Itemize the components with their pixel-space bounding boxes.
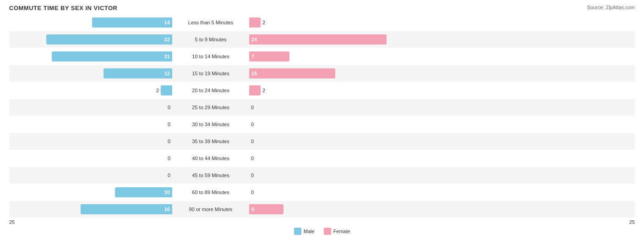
- rows-area: 14Less than 5 Minutes2225 to 9 Minutes24…: [9, 14, 635, 218]
- female-zero-label: 0: [251, 190, 254, 195]
- axis-left: 25: [9, 219, 15, 225]
- source-text: Source: ZipAtlas.com: [587, 5, 635, 10]
- female-zero-label: 0: [251, 122, 254, 127]
- chart-row: 030 to 34 Minutes0: [9, 116, 635, 133]
- chart-container: COMMUTE TIME BY SEX IN VICTOR Source: Zi…: [0, 0, 644, 240]
- chart-row: 14Less than 5 Minutes2: [9, 14, 635, 31]
- axis-right: 25: [629, 219, 635, 225]
- row-label: 45 to 59 Minutes: [174, 173, 247, 178]
- row-label: 5 to 9 Minutes: [174, 37, 247, 42]
- row-label: 25 to 29 Minutes: [174, 105, 247, 110]
- male-bar-label: 10: [162, 190, 172, 195]
- female-zero-label: 0: [251, 156, 254, 161]
- row-label: 20 to 24 Minutes: [174, 88, 247, 93]
- legend-male-label: Male: [304, 229, 315, 234]
- chart-row: 1690 or more Minutes6: [9, 201, 635, 218]
- male-bar-label: 14: [162, 20, 172, 25]
- chart-row: 040 to 44 Minutes0: [9, 150, 635, 167]
- female-bar-label: 6: [249, 207, 257, 212]
- female-zero-label: 0: [251, 105, 254, 110]
- male-bar-label: 21: [162, 54, 172, 59]
- female-bar-label: 15: [249, 71, 259, 76]
- female-value-label: 2: [262, 20, 265, 25]
- male-color-box: [294, 228, 301, 235]
- female-zero-label: 0: [251, 173, 254, 178]
- chart-row: 220 to 24 Minutes2: [9, 82, 635, 99]
- chart-row: 2110 to 14 Minutes7: [9, 48, 635, 65]
- row-label: 60 to 89 Minutes: [174, 190, 247, 195]
- row-label: 15 to 19 Minutes: [174, 71, 247, 76]
- male-bar-label: 22: [162, 37, 172, 42]
- male-bar-label: 16: [162, 207, 172, 212]
- female-color-box: [324, 228, 331, 235]
- chart-title: COMMUTE TIME BY SEX IN VICTOR: [9, 5, 635, 11]
- bottom-axis: 25 25: [9, 219, 635, 225]
- male-zero-label: 0: [168, 156, 170, 161]
- male-zero-label: 0: [168, 122, 170, 127]
- row-label: 40 to 44 Minutes: [174, 156, 247, 161]
- male-zero-label: 0: [168, 105, 170, 110]
- male-value-label: 2: [156, 88, 159, 93]
- female-value-label: 2: [262, 88, 265, 93]
- female-bar-label: 7: [249, 54, 257, 59]
- male-bar-label: 12: [162, 71, 172, 76]
- chart-row: 1215 to 19 Minutes15: [9, 65, 635, 82]
- legend-male: Male: [294, 228, 315, 235]
- female-bar-label: 24: [249, 37, 259, 42]
- male-zero-label: 0: [168, 173, 170, 178]
- chart-row: 025 to 29 Minutes0: [9, 99, 635, 116]
- row-label: 90 or more Minutes: [174, 207, 247, 212]
- row-label: 10 to 14 Minutes: [174, 54, 247, 59]
- chart-row: 225 to 9 Minutes24: [9, 31, 635, 48]
- row-label: 30 to 34 Minutes: [174, 122, 247, 127]
- row-label: 35 to 39 Minutes: [174, 139, 247, 144]
- row-label: Less than 5 Minutes: [174, 20, 247, 25]
- chart-row: 1060 to 89 Minutes0: [9, 184, 635, 201]
- chart-row: 045 to 59 Minutes0: [9, 167, 635, 184]
- male-zero-label: 0: [168, 139, 170, 144]
- legend-area: Male Female: [9, 228, 635, 235]
- legend-female-label: Female: [333, 229, 350, 234]
- chart-row: 035 to 39 Minutes0: [9, 133, 635, 150]
- legend-female: Female: [324, 228, 350, 235]
- female-zero-label: 0: [251, 139, 254, 144]
